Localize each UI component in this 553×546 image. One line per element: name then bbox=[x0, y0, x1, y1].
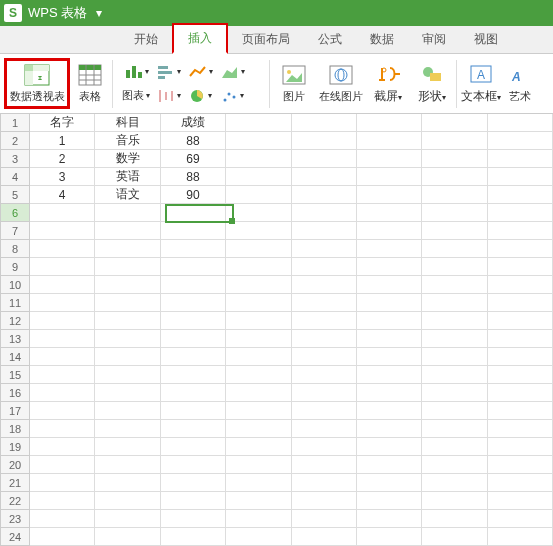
cell[interactable] bbox=[357, 186, 422, 204]
row-header[interactable]: 11 bbox=[0, 294, 30, 312]
cell[interactable] bbox=[292, 294, 357, 312]
cell[interactable]: 音乐 bbox=[95, 132, 160, 150]
cell[interactable] bbox=[95, 258, 160, 276]
cell[interactable] bbox=[422, 348, 487, 366]
cell[interactable] bbox=[488, 528, 553, 546]
cell[interactable] bbox=[488, 456, 553, 474]
cell[interactable] bbox=[422, 456, 487, 474]
cell[interactable] bbox=[95, 456, 160, 474]
area-chart-button[interactable]: ▾ bbox=[217, 61, 247, 83]
cell[interactable] bbox=[422, 132, 487, 150]
cell[interactable] bbox=[422, 276, 487, 294]
row-header[interactable]: 10 bbox=[0, 276, 30, 294]
cell[interactable] bbox=[95, 384, 160, 402]
cell[interactable] bbox=[292, 384, 357, 402]
chart-button[interactable]: 图表▾ bbox=[121, 85, 151, 107]
cell[interactable] bbox=[226, 348, 291, 366]
cell[interactable] bbox=[30, 348, 95, 366]
image-button[interactable]: 图片 bbox=[272, 63, 316, 104]
cell[interactable] bbox=[488, 312, 553, 330]
cell[interactable] bbox=[292, 348, 357, 366]
cell[interactable] bbox=[357, 348, 422, 366]
cell[interactable] bbox=[161, 258, 226, 276]
cell[interactable] bbox=[488, 330, 553, 348]
column-chart-button[interactable]: ▾ bbox=[121, 61, 151, 83]
cell[interactable] bbox=[226, 438, 291, 456]
cell[interactable] bbox=[161, 366, 226, 384]
cell[interactable] bbox=[488, 114, 553, 132]
cell[interactable]: 4 bbox=[30, 186, 95, 204]
cell[interactable] bbox=[30, 312, 95, 330]
cell[interactable] bbox=[357, 312, 422, 330]
cell[interactable] bbox=[357, 168, 422, 186]
cell[interactable] bbox=[226, 402, 291, 420]
row-header[interactable]: 22 bbox=[0, 492, 30, 510]
cell[interactable] bbox=[357, 528, 422, 546]
cell[interactable] bbox=[161, 276, 226, 294]
cell[interactable] bbox=[95, 528, 160, 546]
cell[interactable] bbox=[226, 204, 291, 222]
cell[interactable] bbox=[357, 330, 422, 348]
cell[interactable] bbox=[95, 312, 160, 330]
cell[interactable] bbox=[292, 528, 357, 546]
cell[interactable] bbox=[357, 204, 422, 222]
cell[interactable] bbox=[292, 420, 357, 438]
cell[interactable]: 90 bbox=[161, 186, 226, 204]
cell[interactable] bbox=[161, 330, 226, 348]
cell[interactable] bbox=[357, 366, 422, 384]
row-header[interactable]: 20 bbox=[0, 456, 30, 474]
tab-data[interactable]: 数据 bbox=[356, 26, 408, 53]
cell[interactable] bbox=[226, 456, 291, 474]
cell[interactable] bbox=[161, 456, 226, 474]
cell[interactable] bbox=[95, 474, 160, 492]
row-header[interactable]: 4 bbox=[0, 168, 30, 186]
cell[interactable] bbox=[357, 114, 422, 132]
cell[interactable] bbox=[488, 420, 553, 438]
cell[interactable] bbox=[30, 438, 95, 456]
cell[interactable] bbox=[95, 294, 160, 312]
cell[interactable] bbox=[422, 492, 487, 510]
row-header[interactable]: 18 bbox=[0, 420, 30, 438]
cell[interactable] bbox=[357, 222, 422, 240]
cell[interactable] bbox=[30, 510, 95, 528]
cell[interactable] bbox=[226, 492, 291, 510]
line-chart-button[interactable]: ▾ bbox=[185, 61, 215, 83]
row-header[interactable]: 7 bbox=[0, 222, 30, 240]
cell[interactable] bbox=[161, 384, 226, 402]
cell[interactable] bbox=[30, 294, 95, 312]
cell[interactable] bbox=[30, 384, 95, 402]
cell[interactable] bbox=[226, 366, 291, 384]
cell[interactable] bbox=[422, 528, 487, 546]
cell[interactable] bbox=[488, 294, 553, 312]
cell[interactable] bbox=[292, 492, 357, 510]
cell[interactable] bbox=[292, 276, 357, 294]
cell[interactable] bbox=[488, 150, 553, 168]
spreadsheet[interactable]: 1234567891011121314151617181920212223242… bbox=[0, 114, 553, 546]
table-button[interactable]: 表格 bbox=[70, 63, 110, 104]
cell[interactable] bbox=[292, 438, 357, 456]
cell[interactable] bbox=[488, 510, 553, 528]
tab-insert[interactable]: 插入 bbox=[172, 23, 228, 54]
cell[interactable] bbox=[95, 492, 160, 510]
row-header[interactable]: 21 bbox=[0, 474, 30, 492]
cell[interactable] bbox=[422, 150, 487, 168]
row-header[interactable]: 8 bbox=[0, 240, 30, 258]
cell[interactable] bbox=[488, 348, 553, 366]
cell[interactable] bbox=[161, 510, 226, 528]
cell[interactable] bbox=[95, 348, 160, 366]
cell[interactable] bbox=[422, 168, 487, 186]
cell[interactable] bbox=[292, 402, 357, 420]
cell[interactable] bbox=[488, 474, 553, 492]
row-header[interactable]: 9 bbox=[0, 258, 30, 276]
row-header[interactable]: 23 bbox=[0, 510, 30, 528]
cell[interactable] bbox=[422, 384, 487, 402]
cell[interactable] bbox=[422, 186, 487, 204]
cell[interactable] bbox=[292, 114, 357, 132]
cell[interactable] bbox=[357, 438, 422, 456]
cell[interactable] bbox=[161, 528, 226, 546]
cell[interactable] bbox=[95, 438, 160, 456]
cell[interactable] bbox=[292, 150, 357, 168]
cell[interactable] bbox=[161, 204, 226, 222]
cell[interactable] bbox=[357, 132, 422, 150]
cell[interactable] bbox=[30, 474, 95, 492]
